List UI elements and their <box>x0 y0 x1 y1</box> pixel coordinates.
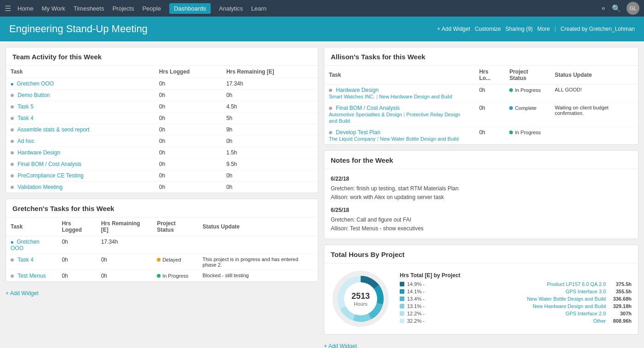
allisons-tasks-widget: Allison's Tasks for this Week Task Hrs L… <box>324 47 638 145</box>
notes-date: 6/25/18 <box>331 206 632 215</box>
legend-pct: 13.4% - <box>407 296 524 302</box>
task-link[interactable]: Task 4 <box>17 115 34 121</box>
table-row: Task 4 0h 5h <box>6 113 318 124</box>
nav-dashboards[interactable]: Dashboards <box>169 3 211 14</box>
hrs-remaining-cell: 4.5h <box>222 101 318 113</box>
legend-swatch <box>400 319 404 323</box>
task-dot <box>11 140 14 143</box>
hrs-logged-cell: 0h <box>57 254 96 270</box>
col-hrs-logged: Hrs Logged <box>155 66 222 78</box>
task-cell: Task 5 <box>6 101 155 113</box>
legend-pct: 13.1% - <box>407 303 530 309</box>
table-row: Task 4 0h 0h Delayed This project is in … <box>6 254 318 270</box>
task-dot <box>11 128 14 131</box>
task-cell: Final BOM / Cost Analysis Automotive Spe… <box>324 103 475 127</box>
hrs-remaining-cell: 0h <box>222 170 318 182</box>
notifications-icon[interactable]: ⚬ <box>600 4 606 13</box>
add-widget-header-btn[interactable]: + Add Widget <box>437 26 470 32</box>
task-cell: ■ Gretchen OOO <box>6 78 155 90</box>
legend-items: 14.9% - Product LP157 6.0 QA 2.0 375.5h … <box>400 281 632 324</box>
grid-icon[interactable]: ☰ <box>5 4 11 13</box>
notes-line: Allison: Test Menus - show executives <box>331 224 632 233</box>
add-widget-btn-left[interactable]: + Add Widget <box>6 287 318 299</box>
gcol-project-status: Project Status <box>152 217 198 236</box>
task-dot <box>11 274 14 278</box>
hrs-logged-cell: 0h <box>155 182 222 193</box>
task-cell: Develop Test Plan The Liquid Company | N… <box>324 127 475 145</box>
nav-learn[interactable]: Learn <box>251 5 266 12</box>
task-link[interactable]: Validation Meeting <box>17 184 63 190</box>
hrs-remaining-cell: 5h <box>222 113 318 124</box>
sharing-btn[interactable]: Sharing (9) <box>506 26 533 32</box>
nav-home[interactable]: Home <box>17 5 34 12</box>
acol-task: Task <box>324 66 475 85</box>
task-dot <box>329 107 332 110</box>
task-dot <box>11 186 14 189</box>
legend-pct: 12.2% - <box>407 311 563 316</box>
hrs-remaining-cell: 0h <box>97 254 152 270</box>
status-update-cell: Waiting on client budget confirmation. <box>550 103 638 127</box>
task-link[interactable]: Develop Test Plan <box>336 129 380 136</box>
nav-analytics[interactable]: Analytics <box>219 5 243 12</box>
user-avatar[interactable]: GL <box>627 2 639 15</box>
nav-projects[interactable]: Projects <box>112 5 134 12</box>
table-row: Assemble stats & send report 0h 9h <box>6 124 318 136</box>
legend-project-link[interactable]: Other <box>593 318 606 324</box>
status-badge: Complete <box>509 105 536 111</box>
task-link[interactable]: Final BOM / Cost Analysis <box>336 105 400 111</box>
nav-timesheets[interactable]: Timesheets <box>74 5 104 12</box>
legend-project-link[interactable]: New Hardware Design and Build <box>533 303 606 309</box>
gcol-hrs-remaining: Hrs Remaining [E] <box>97 217 152 236</box>
task-dot <box>11 151 14 154</box>
project-status-cell: In Progress <box>505 127 550 145</box>
task-link[interactable]: Assemble stats & send report <box>17 126 90 133</box>
task-link[interactable]: Test Menus <box>17 273 46 279</box>
customize-btn[interactable]: Customize <box>475 26 501 32</box>
status-update-cell <box>550 127 638 145</box>
hrs-remaining-cell: 17.34h <box>97 236 152 254</box>
status-update-cell: ALL GOOD! <box>550 85 638 103</box>
task-link[interactable]: Gretchen OOO <box>11 239 40 251</box>
table-row: ■ Gretchen OOO 0h 17.34h <box>6 78 318 90</box>
legend-item: 32.2% - Other 808.96h <box>400 318 632 324</box>
task-link[interactable]: Hardware Design <box>17 149 60 156</box>
allisons-tasks-title: Allison's Tasks for this Week <box>324 47 638 66</box>
task-link[interactable]: Gretchen OOO <box>17 80 54 87</box>
legend-project-link[interactable]: Product LP157 6.0 QA 2.0 <box>547 281 606 287</box>
task-cell: PreCompliance CE Testing <box>6 170 155 182</box>
notes-line: Gretchen: finish up testing, start RTM M… <box>331 184 632 193</box>
task-link[interactable]: Ad hoc <box>17 138 34 144</box>
team-activity-widget: Team Activity for this Week Task Hrs Log… <box>6 47 318 193</box>
total-hours-title: Total Hours By Project <box>324 245 638 263</box>
nav-my-work[interactable]: My Work <box>42 5 65 12</box>
task-icon: ■ <box>11 240 13 245</box>
task-dot <box>11 105 14 108</box>
legend-project-link[interactable]: GPS Interface 3.0 <box>566 289 606 294</box>
legend-project-link[interactable]: New Water Bottle Design and Build <box>527 296 606 302</box>
task-dot <box>11 94 14 97</box>
col-task: Task <box>6 66 155 78</box>
task-link[interactable]: Demo Button <box>17 92 50 98</box>
add-widget-btn-right[interactable]: + Add Widget <box>324 340 638 348</box>
legend-title: Hrs Total [E] by Project <box>400 272 632 279</box>
project-status-cell: In Progress <box>505 85 550 103</box>
task-cell: Task 4 <box>6 254 57 270</box>
task-link[interactable]: Task 5 <box>17 103 34 110</box>
task-cell: Final BOM / Cost Analysis <box>6 159 155 170</box>
project-status-cell: In Progress <box>152 270 198 282</box>
table-row: Final BOM / Cost Analysis Automotive Spe… <box>324 103 638 127</box>
more-btn[interactable]: More <box>537 26 550 32</box>
task-link[interactable]: Final BOM / Cost Analysis <box>17 161 81 167</box>
task-link[interactable]: PreCompliance CE Testing <box>17 172 83 179</box>
task-link[interactable]: Hardware Design <box>336 87 379 93</box>
task-link[interactable]: Task 4 <box>17 257 34 263</box>
hrs-logged-cell: 0h <box>57 270 96 282</box>
search-icon[interactable]: 🔍 <box>612 4 621 13</box>
legend-project-link[interactable]: GPS Interface 2.0 <box>566 311 606 316</box>
nav-people[interactable]: People <box>142 5 161 12</box>
task-cell: Demo Button <box>6 90 155 101</box>
table-row: Hardware Design 0h 1.5h <box>6 147 318 159</box>
task-icon: ■ <box>11 81 13 86</box>
status-badge: In Progress <box>509 130 540 135</box>
hrs-logged-cell: 0h <box>155 101 222 113</box>
